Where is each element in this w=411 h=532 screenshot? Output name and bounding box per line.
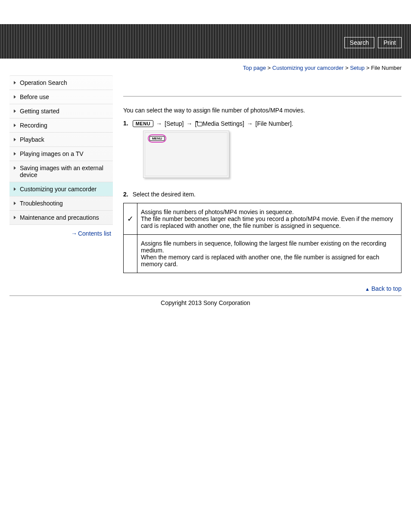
sidebar: Operation Search Before use Getting star… — [9, 75, 113, 273]
sidebar-item-customizing[interactable]: Customizing your camcorder — [9, 182, 113, 196]
option-line1: Assigns file numbers in sequence, follow… — [141, 240, 398, 254]
option-line1: Assigns file numbers of photos/MP4 movie… — [141, 208, 398, 215]
header-band: Search Print — [0, 24, 411, 59]
breadcrumb-link-customizing[interactable]: Customizing your camcorder — [272, 65, 343, 71]
breadcrumb-link-top[interactable]: Top page — [243, 65, 266, 71]
sidebar-item-playback[interactable]: Playback — [9, 133, 113, 147]
media-icon — [196, 121, 202, 126]
select-text: Select the desired item. — [133, 191, 402, 198]
lcd-illustration: MENU — [143, 131, 229, 178]
menu-box-icon: MENU — [133, 120, 153, 127]
sidebar-item-before-use[interactable]: Before use — [9, 90, 113, 104]
breadcrumb: Top page > Customizing your camcorder > … — [0, 59, 411, 75]
divider — [123, 96, 402, 96]
option-description: Assigns file numbers in sequence, follow… — [137, 235, 402, 273]
intro-text: You can select the way to assign file nu… — [123, 107, 402, 114]
option-line2: When the memory card is replaced with an… — [141, 254, 398, 268]
table-row: Assigns file numbers in sequence, follow… — [124, 235, 402, 273]
sidebar-item-saving-external[interactable]: Saving images with an external device — [9, 161, 113, 182]
sidebar-item-troubleshooting[interactable]: Troubleshooting — [9, 196, 113, 211]
check-cell — [124, 235, 137, 273]
step-2-number: 2. — [123, 191, 128, 198]
sidebar-item-getting-started[interactable]: Getting started — [9, 104, 113, 118]
option-description: Assigns file numbers of photos/MP4 movie… — [137, 203, 402, 235]
sidebar-item-playing-on-tv[interactable]: Playing images on a TV — [9, 147, 113, 161]
table-row: ✓ Assigns file numbers of photos/MP4 mov… — [124, 203, 402, 235]
sidebar-item-maintenance[interactable]: Maintenance and precautions — [9, 211, 113, 225]
options-table: ✓ Assigns file numbers of photos/MP4 mov… — [123, 203, 402, 273]
arrow-icon: → — [156, 120, 162, 127]
arrow-icon: → — [247, 120, 253, 127]
step-1-number: 1. — [123, 120, 128, 127]
search-button[interactable]: Search — [344, 37, 374, 48]
main-content: You can select the way to assign file nu… — [123, 75, 402, 273]
path-file-number: [File Number]. — [255, 120, 293, 127]
footer-divider — [9, 296, 402, 296]
breadcrumb-link-setup[interactable]: Setup — [350, 65, 364, 71]
print-button[interactable]: Print — [378, 37, 402, 48]
breadcrumb-current: File Number — [371, 65, 402, 71]
arrow-icon: → — [186, 120, 192, 127]
option-line2: The file number becomes larger each time… — [141, 215, 398, 229]
arrow-right-icon: → — [71, 230, 76, 237]
triangle-up-icon: ▲ — [365, 286, 370, 292]
check-icon: ✓ — [127, 215, 134, 223]
menu-tag-label: MENU — [149, 136, 165, 141]
check-cell: ✓ — [124, 203, 137, 235]
contents-list-link[interactable]: Contents list — [78, 230, 111, 237]
copyright-text: Copyright 2013 Sony Corporation — [0, 299, 411, 315]
menu-path: MENU → [Setup] → [Media Settings] → [Fil… — [133, 120, 293, 127]
menu-highlight: MENU — [148, 134, 167, 143]
path-media: [Media Settings] — [195, 120, 244, 127]
back-to-top-link[interactable]: Back to top — [371, 285, 402, 292]
sidebar-item-recording[interactable]: Recording — [9, 118, 113, 133]
path-setup: [Setup] — [165, 120, 184, 127]
sidebar-item-operation-search[interactable]: Operation Search — [9, 76, 113, 90]
